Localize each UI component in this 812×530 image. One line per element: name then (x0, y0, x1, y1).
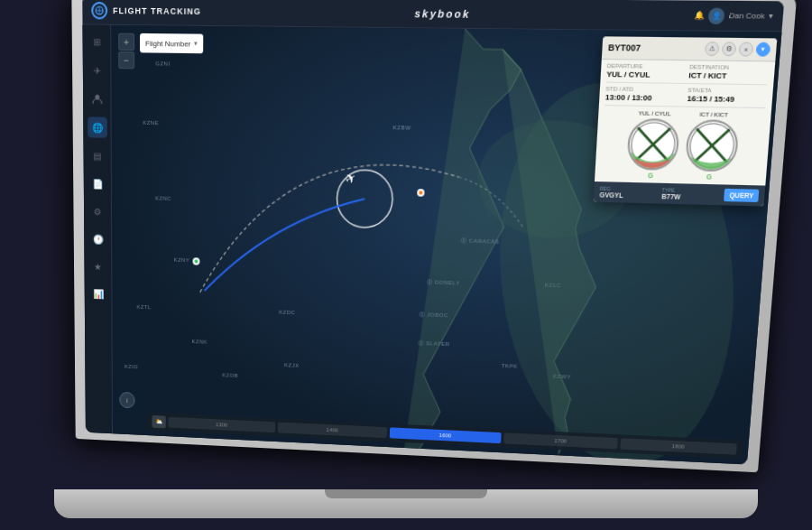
sidebar-item-settings[interactable]: ⚙ (88, 200, 106, 221)
sidebar-item-clock[interactable]: 🕐 (88, 228, 107, 249)
main-content: ⊞ ✈ 🌐 ▤ 📄 ⚙ 🕐 ★ 📊 (82, 24, 781, 464)
app-ui: FLIGHT TRACKING skybook 🔔 👤 Dan Cook ▾ ⊞ (82, 0, 784, 464)
sidebar: ⊞ ✈ 🌐 ▤ 📄 ⚙ 🕐 ★ 📊 (82, 24, 112, 433)
search-dropdown-icon[interactable]: ▾ (194, 40, 198, 48)
timeline-1800[interactable]: 1800 (620, 438, 737, 454)
map-info-button[interactable]: i (119, 391, 134, 407)
timeline-1600[interactable]: 1600 (390, 427, 502, 443)
header-user: 🔔 👤 Dan Cook ▾ (694, 6, 773, 23)
dep-wx-wrap: YUL / CYUL (625, 110, 680, 180)
destination-value: ICT / KICT (688, 70, 769, 80)
search-placeholder: Flight Number (145, 38, 190, 47)
departure-label: DEPARTURE (607, 62, 686, 70)
search-wrapper[interactable]: Flight Number ▾ (140, 33, 203, 52)
map-area: GZNI KZNE KZNC KZNY KZTL KZNK KZOB KZID … (111, 24, 781, 464)
std-atd-value: 13:00 / 13:00 (605, 92, 684, 102)
flight-panel-bottom: REG GVGYL TYPE B77W QUERY (594, 181, 766, 206)
map-search: Flight Number ▾ (140, 33, 203, 52)
chevron-down-icon[interactable]: ▾ (769, 11, 773, 20)
dep-g-label: G (648, 172, 653, 179)
departure-col: DEPARTURE YUL / CYUL (606, 62, 686, 79)
sidebar-item-grid[interactable]: ⊞ (87, 31, 106, 52)
header-title: FLIGHT TRACKING (113, 5, 201, 15)
std-atd-col: STD / ATD 13:00 / 13:00 (605, 86, 685, 103)
sidebar-item-globe[interactable]: 🌐 (88, 116, 107, 137)
svg-point-3 (95, 94, 99, 98)
header-logo: FLIGHT TRACKING (91, 1, 201, 20)
bell-icon[interactable]: 🔔 (695, 10, 706, 19)
flight-close-button[interactable]: × (739, 42, 754, 56)
query-button[interactable]: QUERY (724, 188, 759, 201)
zoom-in-button[interactable]: + (118, 33, 134, 50)
flight-time-row: STD / ATD 13:00 / 13:00 STA/ETA 16:15 / … (599, 82, 773, 107)
flight-panel: BYT007 ⚠ ⚙ × ▾ DEPARTURE (594, 36, 778, 206)
zoom-out-button[interactable]: − (118, 51, 134, 68)
weather-toggle[interactable]: ⛅ (152, 414, 165, 427)
reg-value: GVGYL (599, 191, 658, 199)
dest-wx-circle (684, 119, 739, 172)
app-icon (91, 1, 107, 19)
flight-alert-button[interactable]: ⚠ (705, 42, 720, 56)
laptop-base (54, 489, 758, 518)
sidebar-item-star[interactable]: ★ (88, 256, 107, 276)
sta-eta-col: STA/ETA 16:15 / 15:49 (687, 87, 767, 104)
laptop-lid: FLIGHT TRACKING skybook 🔔 👤 Dan Cook ▾ ⊞ (71, 0, 797, 472)
flight-panel-header: BYT007 ⚠ ⚙ × ▾ (602, 36, 778, 61)
map-controls: + − (118, 33, 134, 69)
laptop-wrapper: FLIGHT TRACKING skybook 🔔 👤 Dan Cook ▾ ⊞ (36, 13, 776, 518)
type-col: TYPE B77W (661, 187, 721, 201)
header-brand: skybook (201, 5, 696, 21)
flight-panel-buttons: ⚠ ⚙ × ▾ (705, 42, 770, 57)
timeline-1700[interactable]: 1700 (503, 432, 618, 449)
dep-wx-circle (625, 117, 679, 170)
destination-col: DESTINATION ICT / KICT (688, 63, 769, 80)
flight-dep-dest-row: DEPARTURE YUL / CYUL DESTINATION ICT / K… (600, 60, 775, 84)
dest-g-label: G (706, 172, 712, 180)
sidebar-item-document[interactable]: 📄 (88, 172, 106, 193)
dep-wx-label: YUL / CYUL (638, 110, 671, 116)
type-value: B77W (661, 192, 721, 200)
dest-wx-label: ICT / KICT (699, 111, 728, 117)
origin-dot (192, 257, 199, 265)
destination-dot (417, 189, 425, 197)
reg-col: REG GVGYL (599, 185, 658, 200)
dest-wx-wrap: ICT / KICT (684, 111, 740, 181)
sidebar-item-people[interactable] (87, 88, 106, 109)
weather-circles: YUL / CYUL (595, 106, 771, 186)
flight-id: BYT007 (608, 42, 641, 53)
flight-settings-button[interactable]: ⚙ (722, 42, 737, 56)
flight-expand-button[interactable]: ▾ (755, 42, 770, 56)
screen-bezel: FLIGHT TRACKING skybook 🔔 👤 Dan Cook ▾ ⊞ (82, 0, 784, 464)
timeline-1300[interactable]: 1300 (169, 416, 276, 432)
std-atd-label: STD / ATD (605, 86, 684, 93)
sta-eta-value: 16:15 / 15:49 (687, 94, 766, 104)
destination-label: DESTINATION (689, 63, 770, 70)
sta-eta-label: STA/ETA (687, 87, 767, 94)
user-avatar: 👤 (708, 7, 725, 23)
user-name: Dan Cook (728, 11, 765, 21)
departure-value: YUL / CYUL (606, 70, 685, 79)
sidebar-item-chart[interactable]: 📊 (88, 283, 107, 303)
timeline-1400[interactable]: 1400 (278, 422, 387, 438)
sidebar-item-plane[interactable]: ✈ (87, 60, 106, 81)
sidebar-item-layers[interactable]: ▤ (88, 144, 107, 165)
